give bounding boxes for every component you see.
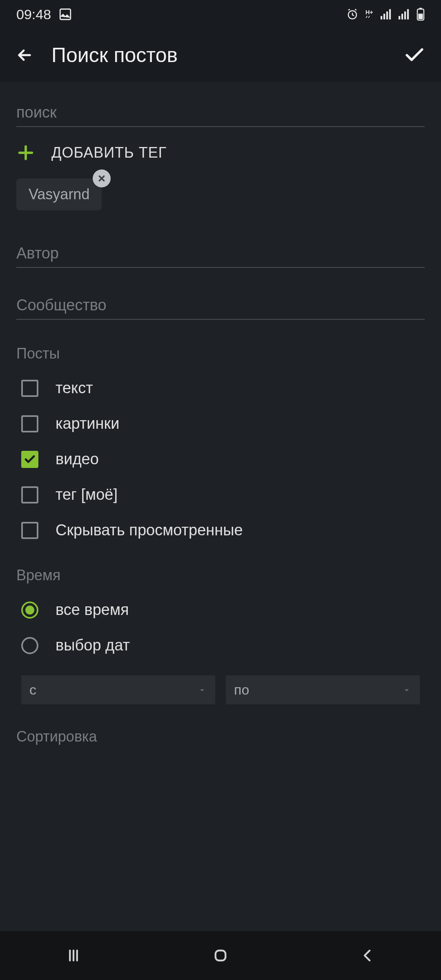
status-left: 09:48: [16, 7, 72, 22]
system-nav-bar: [0, 931, 441, 980]
status-time: 09:48: [16, 7, 51, 22]
add-tag-button[interactable]: ДОБАВИТЬ ТЕГ: [16, 143, 425, 162]
sort-section: Сортировка: [16, 728, 425, 745]
content: ДОБАВИТЬ ТЕГ Vasyarnd Посты текст картин…: [0, 82, 441, 931]
tag-chips: Vasyarnd: [16, 178, 425, 210]
checkbox-icon: [21, 451, 38, 468]
network-icon: H+: [365, 9, 374, 20]
picture-icon: [58, 7, 72, 21]
date-from-select[interactable]: с: [21, 675, 215, 704]
battery-icon: [416, 8, 425, 21]
radio-label: выбор дат: [56, 637, 130, 654]
checkbox-label: тег [моё]: [56, 486, 118, 503]
nav-recents-button[interactable]: [33, 939, 114, 972]
radio-date-range[interactable]: выбор дат: [16, 628, 425, 663]
date-from-label: с: [29, 682, 36, 698]
svg-rect-13: [418, 13, 423, 19]
page-title: Поиск постов: [51, 43, 400, 67]
checkbox-video[interactable]: видео: [16, 441, 425, 477]
checkbox-icon: [21, 415, 38, 432]
svg-rect-9: [404, 11, 406, 20]
radio-icon: [21, 637, 38, 654]
checkbox-hide-viewed[interactable]: Скрывать просмотренные: [16, 512, 425, 548]
radio-label: все время: [56, 601, 129, 619]
svg-rect-3: [381, 16, 382, 19]
posts-section: Посты текст картинки видео тег [моё]: [16, 326, 425, 548]
plus-icon: [16, 143, 35, 162]
svg-rect-12: [419, 8, 422, 9]
svg-rect-7: [399, 16, 400, 19]
checkbox-label: видео: [56, 450, 99, 468]
checkbox-pictures[interactable]: картинки: [16, 406, 425, 441]
svg-text:H+: H+: [365, 9, 373, 16]
date-range-row: с по: [16, 675, 425, 704]
tag-chip-label: Vasyarnd: [29, 186, 89, 203]
alarm-icon: [346, 8, 359, 20]
svg-rect-8: [401, 14, 403, 20]
svg-rect-10: [407, 9, 409, 19]
search-input[interactable]: [16, 98, 425, 127]
checkbox-label: Скрывать просмотренные: [56, 521, 243, 539]
checkbox-label: текст: [56, 379, 93, 397]
community-input[interactable]: [16, 291, 425, 320]
dropdown-icon: [402, 685, 412, 695]
status-right: H+: [346, 8, 425, 21]
tag-chip[interactable]: Vasyarnd: [16, 178, 102, 210]
checkbox-icon: [21, 486, 38, 503]
status-bar: 09:48 H+: [0, 0, 441, 29]
checkbox-icon: [21, 380, 38, 397]
checkbox-text[interactable]: текст: [16, 370, 425, 406]
chevron-left-icon: [359, 947, 376, 964]
radio-all-time[interactable]: все время: [16, 592, 425, 628]
checkbox-label: картинки: [56, 415, 119, 432]
checkbox-icon: [21, 522, 38, 539]
time-heading: Время: [16, 567, 425, 584]
close-icon: [97, 174, 106, 183]
svg-rect-0: [60, 9, 71, 20]
checkbox-tag-mine[interactable]: тег [моё]: [16, 477, 425, 512]
signal-icon-2: [399, 9, 410, 20]
back-button[interactable]: [12, 43, 37, 67]
svg-rect-5: [386, 11, 388, 20]
confirm-button[interactable]: [400, 41, 429, 69]
app-bar: Поиск постов: [0, 29, 441, 82]
svg-rect-14: [216, 951, 226, 961]
check-icon: [403, 44, 426, 67]
nav-back-button[interactable]: [327, 939, 408, 972]
author-input[interactable]: [16, 239, 425, 268]
dropdown-icon: [197, 685, 207, 695]
date-to-label: по: [234, 682, 249, 698]
nav-home-button[interactable]: [180, 939, 261, 972]
arrow-left-icon: [15, 46, 34, 65]
radio-icon: [21, 601, 38, 619]
posts-heading: Посты: [16, 345, 425, 362]
time-section: Время все время выбор дат с по: [16, 567, 425, 704]
date-to-select[interactable]: по: [226, 675, 420, 704]
home-icon: [212, 947, 229, 964]
signal-icon: [381, 9, 392, 20]
svg-rect-4: [383, 14, 385, 20]
tag-remove-button[interactable]: [93, 169, 111, 187]
recents-icon: [65, 947, 82, 964]
svg-rect-6: [389, 9, 391, 19]
sort-heading: Сортировка: [16, 728, 425, 745]
add-tag-label: ДОБАВИТЬ ТЕГ: [51, 144, 167, 161]
